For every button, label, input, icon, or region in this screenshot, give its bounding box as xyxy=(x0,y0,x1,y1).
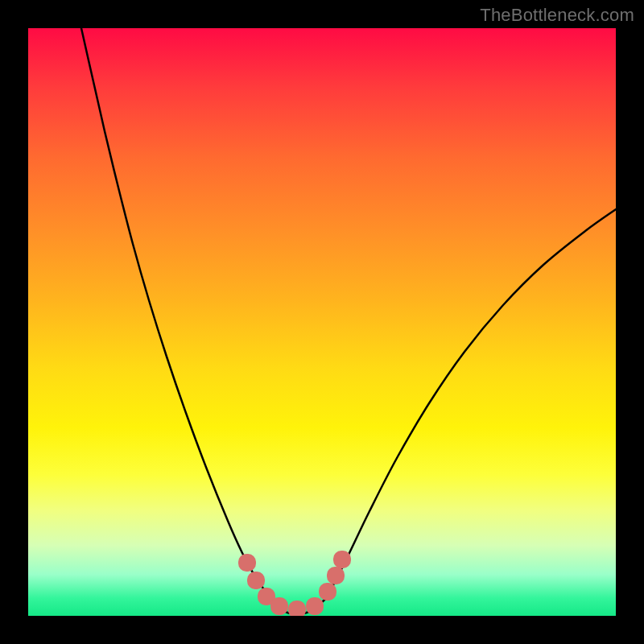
valley-marker xyxy=(306,597,324,615)
chart-stage: TheBottleneck.com xyxy=(0,0,644,644)
valley-marker xyxy=(288,601,306,616)
bottleneck-curve xyxy=(81,28,616,614)
valley-marker xyxy=(327,567,345,584)
valley-marker xyxy=(319,583,336,601)
valley-marker xyxy=(270,597,288,615)
valley-marker xyxy=(238,554,256,572)
valley-marker xyxy=(247,572,265,589)
valley-marker-group xyxy=(238,551,351,616)
watermark-text: TheBottleneck.com xyxy=(480,5,634,26)
plot-area xyxy=(28,28,616,616)
curve-layer xyxy=(28,28,616,616)
valley-marker xyxy=(333,551,351,568)
